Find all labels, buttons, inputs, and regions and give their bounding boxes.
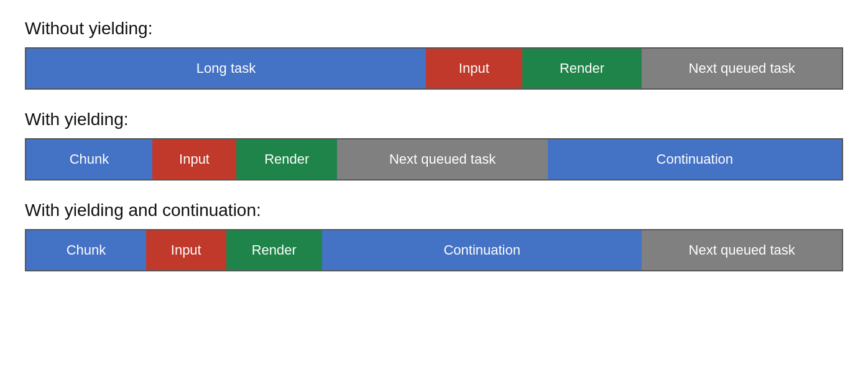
segment-chunk-1: Chunk — [26, 139, 152, 179]
segment-input-3: Input — [146, 230, 226, 270]
segment-render-1: Render — [522, 49, 642, 88]
segment-next-queued-1: Next queued task — [642, 49, 842, 88]
segment-continuation-2: Continuation — [322, 230, 642, 270]
segment-chunk-2: Chunk — [26, 230, 146, 270]
diagram-3-bar: Chunk Input Render Continuation Next que… — [25, 229, 843, 271]
diagram-1: Without yielding: Long task Input Render… — [25, 19, 843, 90]
diagram-2: With yielding: Chunk Input Render Next q… — [25, 110, 843, 181]
segment-input-1: Input — [426, 49, 522, 88]
segment-render-2: Render — [236, 139, 337, 179]
segment-continuation-1: Continuation — [548, 139, 842, 179]
segment-next-queued-2: Next queued task — [337, 139, 547, 179]
diagram-2-title: With yielding: — [25, 110, 843, 129]
segment-render-3: Render — [226, 230, 322, 270]
diagram-3: With yielding and continuation: Chunk In… — [25, 200, 843, 271]
diagram-1-bar: Long task Input Render Next queued task — [25, 47, 843, 90]
diagram-1-title: Without yielding: — [25, 19, 843, 39]
segment-input-2: Input — [152, 139, 236, 179]
segment-next-queued-3: Next queued task — [642, 230, 842, 270]
diagram-2-bar: Chunk Input Render Next queued task Cont… — [25, 138, 843, 181]
segment-long-task: Long task — [26, 49, 426, 88]
diagram-3-title: With yielding and continuation: — [25, 200, 843, 220]
